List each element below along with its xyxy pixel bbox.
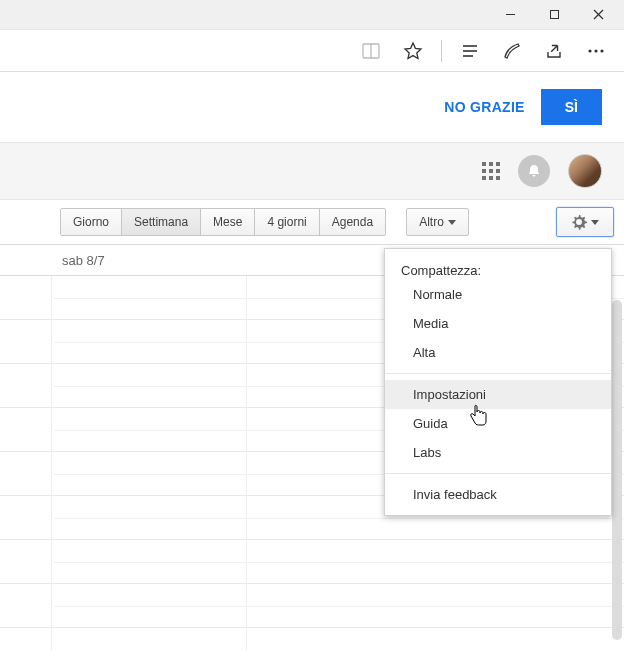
share-icon[interactable] (536, 33, 572, 69)
maximize-button[interactable] (532, 0, 576, 30)
view-month[interactable]: Mese (201, 209, 255, 235)
menu-feedback[interactable]: Invia feedback (385, 480, 611, 509)
view-agenda[interactable]: Agenda (320, 209, 385, 235)
density-title: Compattezza: (385, 257, 611, 280)
scrollbar[interactable] (612, 300, 622, 640)
view-segmented-control: Giorno Settimana Mese 4 giorni Agenda (60, 208, 386, 236)
avatar[interactable] (568, 154, 602, 188)
close-button[interactable] (576, 0, 620, 30)
apps-icon[interactable] (482, 162, 500, 180)
menu-help[interactable]: Guida (385, 409, 611, 438)
minimize-button[interactable] (488, 0, 532, 30)
view-day[interactable]: Giorno (61, 209, 122, 235)
gear-icon (571, 214, 587, 230)
view-toolbar: Giorno Settimana Mese 4 giorni Agenda Al… (0, 200, 624, 244)
density-normal[interactable]: Normale (385, 280, 611, 309)
density-medium[interactable]: Media (385, 309, 611, 338)
svg-point-11 (600, 49, 603, 52)
settings-button[interactable] (556, 207, 614, 237)
menu-divider (385, 373, 611, 374)
grid-row[interactable] (0, 540, 624, 584)
menu-settings[interactable]: Impostazioni (385, 380, 611, 409)
web-note-icon[interactable] (494, 33, 530, 69)
notifications-icon[interactable] (518, 155, 550, 187)
menu-labs[interactable]: Labs (385, 438, 611, 467)
caret-down-icon (448, 220, 456, 225)
more-button[interactable]: Altro (406, 208, 469, 236)
view-4days[interactable]: 4 giorni (255, 209, 319, 235)
promo-bar: NO GRAZIE SÌ (0, 72, 624, 142)
menu-divider (385, 473, 611, 474)
more-button-label: Altro (419, 215, 444, 229)
caret-down-icon (591, 220, 599, 225)
toolbar-separator (441, 40, 442, 62)
app-header (0, 142, 624, 200)
favorite-icon[interactable] (395, 33, 431, 69)
density-high[interactable]: Alta (385, 338, 611, 367)
window-titlebar (0, 0, 624, 30)
svg-point-10 (594, 49, 597, 52)
reading-view-icon[interactable] (353, 33, 389, 69)
view-week[interactable]: Settimana (122, 209, 201, 235)
grid-row[interactable] (0, 584, 624, 628)
no-thanks-link[interactable]: NO GRAZIE (444, 99, 524, 115)
more-icon[interactable] (578, 33, 614, 69)
settings-menu: Compattezza: Normale Media Alta Impostaz… (384, 248, 612, 516)
svg-rect-1 (550, 11, 558, 19)
browser-toolbar (0, 30, 624, 72)
hub-icon[interactable] (452, 33, 488, 69)
yes-button[interactable]: SÌ (541, 89, 602, 125)
svg-point-9 (588, 49, 591, 52)
